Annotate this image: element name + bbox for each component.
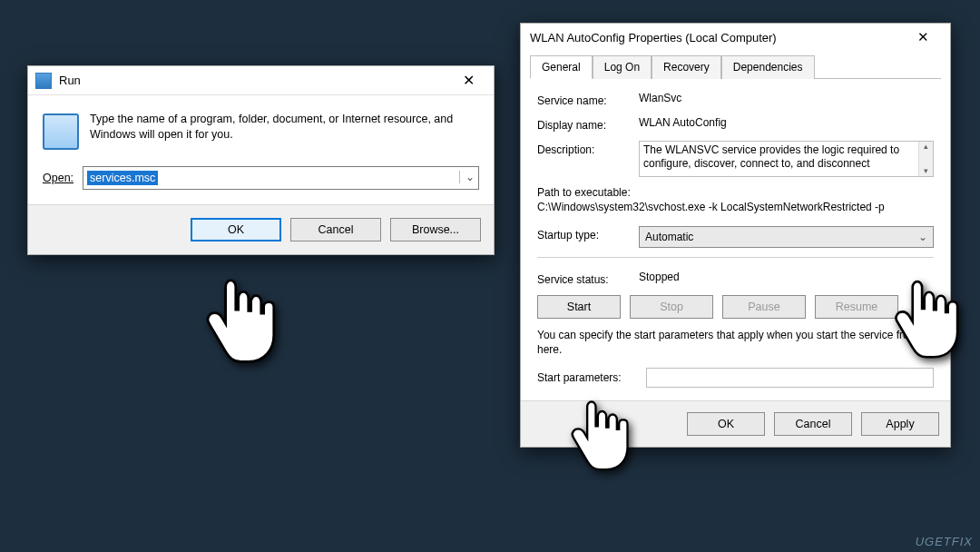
- cancel-button[interactable]: Cancel: [290, 218, 381, 242]
- service-name-value: WlanSvc: [639, 92, 934, 104]
- ok-button[interactable]: OK: [191, 218, 281, 242]
- startup-type-value: Automatic: [645, 231, 693, 243]
- path-value: C:\Windows\system32\svchost.exe -k Local…: [537, 201, 934, 213]
- close-icon[interactable]: ✕: [450, 68, 486, 94]
- resume-button: Resume: [815, 295, 898, 319]
- scroll-up-icon[interactable]: ▴: [924, 142, 928, 152]
- divider: [537, 257, 934, 258]
- service-name-label: Service name:: [537, 92, 639, 107]
- tab-dependencies[interactable]: Dependencies: [721, 55, 815, 79]
- run-body: Type the name of a program, folder, docu…: [28, 95, 494, 204]
- run-large-icon: [43, 113, 79, 150]
- description-scrollbar[interactable]: ▴ ▾: [918, 142, 933, 176]
- ok-button[interactable]: OK: [687, 412, 765, 436]
- description-box[interactable]: The WLANSVC service provides the logic r…: [639, 141, 934, 177]
- apply-button[interactable]: Apply: [861, 412, 939, 436]
- close-icon[interactable]: ✕: [905, 25, 941, 49]
- watermark: UGETFIX: [916, 535, 973, 548]
- path-label: Path to executable:: [537, 186, 934, 199]
- startup-type-select[interactable]: Automatic ⌄: [639, 226, 934, 248]
- chevron-down-icon[interactable]: ⌄: [459, 171, 475, 183]
- tab-general[interactable]: General: [530, 55, 593, 79]
- description-label: Description:: [537, 141, 639, 156]
- open-value: services.msc: [87, 171, 158, 185]
- run-titlebar[interactable]: Run ✕: [28, 66, 494, 95]
- browse-button[interactable]: Browse...: [390, 218, 481, 242]
- description-text: The WLANSVC service provides the logic r…: [643, 143, 899, 170]
- display-name-value: WLAN AutoConfig: [639, 116, 934, 129]
- tabs: General Log On Recovery Dependencies: [530, 54, 941, 79]
- cursor-icon: [567, 395, 631, 478]
- run-icon: [35, 73, 52, 89]
- start-hint-text: You can specify the start parameters tha…: [537, 328, 934, 357]
- cursor-icon: [201, 272, 278, 372]
- properties-dialog: WLAN AutoConfig Properties (Local Comput…: [520, 23, 951, 448]
- startup-type-label: Startup type:: [537, 226, 639, 242]
- service-control-buttons: Start Stop Pause Resume: [537, 295, 934, 319]
- tab-log-on[interactable]: Log On: [593, 55, 652, 79]
- cursor-icon: [890, 274, 961, 367]
- run-dialog: Run ✕ Type the name of a program, folder…: [27, 65, 495, 255]
- cancel-button[interactable]: Cancel: [774, 412, 852, 436]
- chevron-down-icon[interactable]: ⌄: [918, 231, 927, 243]
- start-parameters-input[interactable]: [646, 368, 934, 388]
- general-tab-panel: Service name: WlanSvc Display name: WLAN…: [530, 79, 941, 400]
- stop-button: Stop: [630, 295, 713, 319]
- tab-recovery[interactable]: Recovery: [652, 55, 721, 79]
- scroll-down-icon[interactable]: ▾: [924, 166, 928, 176]
- run-title-text: Run: [59, 74, 450, 87]
- run-button-row: OK Cancel Browse...: [28, 204, 494, 254]
- start-button[interactable]: Start: [537, 295, 621, 319]
- display-name-label: Display name:: [537, 116, 639, 132]
- start-parameters-label: Start parameters:: [537, 371, 639, 384]
- service-status-label: Service status:: [537, 271, 639, 286]
- run-instruction: Type the name of a program, folder, docu…: [90, 112, 479, 143]
- open-label: Open:: [43, 172, 74, 184]
- pause-button: Pause: [722, 295, 806, 319]
- props-titlebar[interactable]: WLAN AutoConfig Properties (Local Comput…: [521, 24, 950, 51]
- open-combobox[interactable]: services.msc ⌄: [83, 166, 479, 190]
- props-title-text: WLAN AutoConfig Properties (Local Comput…: [530, 31, 905, 44]
